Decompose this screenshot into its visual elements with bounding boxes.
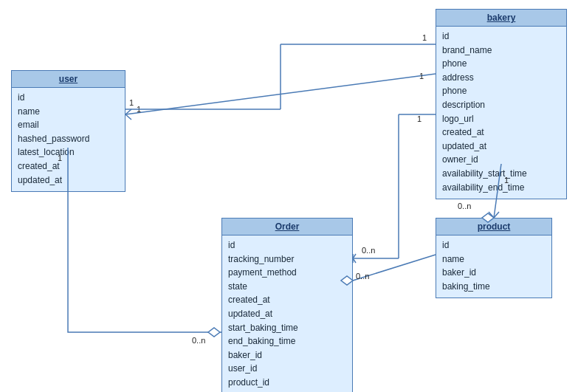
field-bakery-phone1: phone [442, 57, 560, 71]
field-product-id: id [442, 238, 546, 252]
field-bakery-created-at: created_at [442, 125, 560, 140]
field-order-end-baking: end_baking_time [228, 334, 346, 348]
field-bakery-availability-end: availability_end_time [442, 181, 560, 195]
entity-user-body: id name email hashed_password latest_loc… [12, 88, 125, 191]
field-product-baker-id: baker_id [442, 266, 546, 280]
entity-bakery-body: id brand_name phone address phone descri… [436, 27, 566, 199]
field-bakery-updated-at: updated_at [442, 140, 560, 154]
label-order-user-0n: 0..n [192, 336, 205, 345]
field-order-product-id: product_id [228, 376, 346, 390]
label-user-bakery-1a: 1 [137, 105, 141, 114]
label-owner-bakery-1: 1 [422, 33, 427, 42]
field-user-latest-location: latest_location [18, 145, 119, 159]
field-bakery-phone2: phone [442, 84, 560, 98]
field-bakery-address: address [442, 71, 560, 85]
diamond-order-user [208, 328, 220, 337]
entity-user-header: user [12, 71, 125, 88]
field-bakery-brand-name: brand_name [442, 44, 560, 58]
entity-order-body: id tracking_number payment_method state … [222, 235, 352, 392]
field-order-id: id [228, 238, 346, 252]
label-owner-user-1: 1 [129, 98, 134, 107]
svg-line-0 [125, 74, 436, 114]
field-user-name: name [18, 105, 119, 119]
entity-order: Order id tracking_number payment_method … [221, 218, 353, 392]
entity-bakery-header: bakery [436, 10, 566, 27]
field-user-id: id [18, 91, 119, 105]
field-product-name: name [442, 252, 546, 267]
field-bakery-owner-id: owner_id [442, 153, 560, 167]
field-order-updated-at: updated_at [228, 307, 346, 321]
field-bakery-logo-url: logo_url [442, 112, 560, 126]
field-user-updated-at: updated_at [18, 173, 119, 188]
field-user-created-at: created_at [18, 159, 119, 173]
field-order-payment-method: payment_method [228, 266, 346, 280]
field-order-product-name: product_name [228, 390, 346, 392]
field-order-created-at: created_at [228, 293, 346, 307]
field-order-baker-id: baker_id [228, 348, 346, 362]
entity-product-header: product [436, 219, 551, 235]
field-user-hashed-password: hashed_password [18, 132, 119, 146]
diagram-container: user id name email hashed_password lates… [0, 0, 578, 392]
field-bakery-id: id [442, 30, 560, 44]
field-order-user-id: user_id [228, 362, 346, 376]
field-bakery-availability-start: availability_start_time [442, 167, 560, 181]
entity-bakery: bakery id brand_name phone address phone… [436, 9, 567, 199]
field-order-tracking-number: tracking_number [228, 252, 346, 267]
entity-order-header: Order [222, 219, 352, 235]
label-order-product-0n: 0..n [356, 272, 369, 281]
entity-user: user id name email hashed_password lates… [11, 70, 125, 192]
svg-line-5 [353, 255, 436, 281]
label-order-bakery-0n: 0..n [362, 246, 375, 255]
label-user-bakery-1b: 1 [419, 72, 424, 80]
field-order-start-baking: start_baking_time [228, 321, 346, 335]
label-product-bakery-0n: 0..n [458, 202, 471, 210]
entity-product-body: id name baker_id baking_time [436, 235, 551, 298]
field-bakery-description: description [442, 98, 560, 112]
field-user-email: email [18, 118, 119, 132]
field-order-state: state [228, 280, 346, 294]
label-bakery-order-1: 1 [417, 114, 422, 123]
entity-product: product id name baker_id baking_time [436, 218, 552, 298]
field-product-baking-time: baking_time [442, 280, 546, 294]
